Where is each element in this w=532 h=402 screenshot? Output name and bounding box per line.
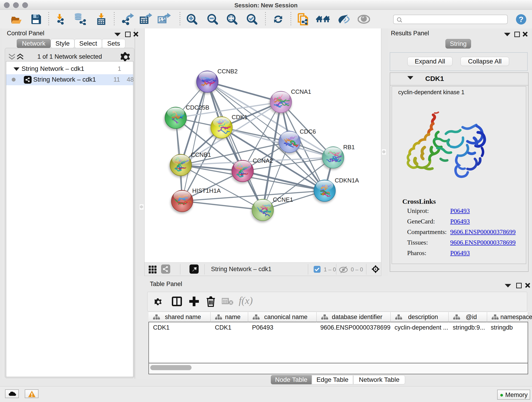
svg-text:CDKN1A: CDKN1A — [335, 177, 359, 184]
svg-text:CDC6: CDC6 — [300, 128, 316, 135]
svg-text:CCNB1: CCNB1 — [191, 151, 211, 158]
svg-text:CCNA1: CCNA1 — [291, 88, 311, 95]
svg-text:RB1: RB1 — [343, 144, 355, 151]
svg-text:CCNB2: CCNB2 — [217, 68, 238, 75]
svg-text:HIST1H1A: HIST1H1A — [192, 187, 221, 194]
svg-text:CDK1: CDK1 — [232, 114, 247, 121]
svg-text:CDC25B: CDC25B — [186, 104, 209, 111]
svg-text:CCNE1: CCNE1 — [273, 196, 293, 203]
svg-text:CCNA2: CCNA2 — [253, 157, 273, 164]
